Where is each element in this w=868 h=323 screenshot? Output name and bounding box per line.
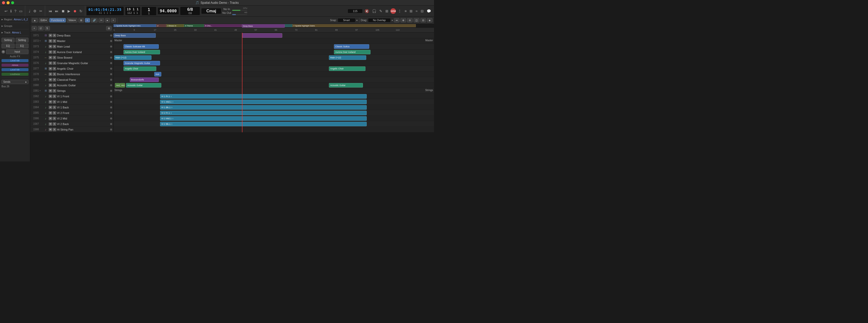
track-ms-controls[interactable]: M S — [49, 78, 56, 81]
mute-button[interactable]: M — [49, 78, 52, 81]
metronome-icon[interactable]: ♩ — [28, 8, 31, 13]
cursor-tool-button[interactable]: ▸ — [105, 18, 110, 23]
minimize-button[interactable] — [6, 1, 9, 4]
zoom-horizontal-icon[interactable]: ⇔ — [394, 18, 400, 23]
solo-button[interactable]: S — [53, 122, 56, 126]
track-clip[interactable]: Classic Suitca — [334, 44, 369, 49]
track-ms-controls[interactable]: M S — [49, 72, 56, 76]
track-clip[interactable]: Aurora Over Iceland — [334, 50, 371, 54]
track-solo-button[interactable]: S — [44, 26, 50, 30]
mute-button[interactable]: M — [49, 100, 52, 104]
resize-icon[interactable]: ◈ — [427, 18, 433, 23]
solo-button[interactable]: S — [53, 34, 56, 37]
screen-icon[interactable]: ⊞ — [384, 8, 390, 13]
list-icon[interactable]: ≡ — [403, 8, 407, 13]
solo-button[interactable]: S — [53, 100, 56, 104]
mute-button[interactable]: M — [49, 50, 52, 54]
rewind-button[interactable]: ⏮ — [48, 8, 53, 13]
solo-button[interactable]: S — [53, 89, 56, 93]
position-primary[interactable]: 19 1 1 112 1 1 — [125, 6, 141, 15]
setting-button-2[interactable]: Setting — [16, 38, 29, 42]
track-clip[interactable]: VI 2 Mid.1 ○ — [160, 116, 367, 121]
track-clip[interactable]: VI 2 Bk.1 ○ — [160, 122, 367, 126]
window-controls[interactable] — [2, 1, 14, 4]
setting-button-1[interactable]: Setting — [1, 38, 14, 42]
record-button[interactable]: ⏺ — [72, 8, 78, 13]
mute-button[interactable]: M — [49, 34, 52, 37]
monitor-icon[interactable]: ▭ — [18, 8, 24, 13]
grid-icon[interactable]: ⊞ — [408, 8, 413, 13]
loop-icon[interactable]: ↩ — [3, 8, 8, 13]
link-button[interactable]: 🔗 — [91, 18, 97, 23]
track-row[interactable]: 1575 ↔ M S Slow Bowed — [30, 55, 113, 60]
track-row[interactable]: 1577 ⊞ M S Angelic Choir — [30, 66, 113, 71]
track-clip[interactable]: Acoustic Guitar — [120, 83, 125, 87]
list-view-button[interactable]: ≡ — [85, 18, 90, 23]
cycle-button[interactable]: ↻ — [79, 8, 84, 13]
mute-icon[interactable]: 🔇 — [364, 8, 370, 13]
track-ms-controls[interactable]: M S — [49, 39, 56, 43]
track-row[interactable]: 1583 ♪ M S VI 1 Mid — [30, 99, 113, 105]
view-button[interactable]: View ▾ — [67, 18, 78, 23]
close-button[interactable] — [2, 1, 5, 4]
track-clip[interactable]: VI 1 Bk.1 ○ — [160, 105, 367, 110]
track-ms-controls[interactable]: M S — [49, 128, 56, 131]
track-clip[interactable]: Aurora Over Iceland — [124, 50, 160, 54]
mute-button[interactable]: M — [49, 95, 52, 98]
drag-value[interactable]: No Overlap — [368, 18, 391, 23]
mute-button[interactable]: M — [49, 122, 52, 126]
track-row[interactable]: 1586 ♪ M S VI 2 Mid — [30, 116, 113, 121]
solo-button[interactable]: S — [53, 72, 56, 76]
play-button[interactable]: ▶ — [66, 8, 71, 13]
tempo-display[interactable]: 94.0000 — [157, 7, 179, 14]
track-ms-controls[interactable]: M S — [49, 106, 56, 109]
functions-button[interactable]: Functions ▾ — [50, 18, 65, 23]
solo-button[interactable]: S — [53, 78, 56, 81]
track-row[interactable]: 1578 ↔ M S Bionic Interference — [30, 71, 113, 77]
edit-button[interactable]: Edit ▾ — [39, 18, 49, 23]
mute-button[interactable]: M — [49, 56, 52, 59]
transport-icons-left[interactable]: ↩ ℹ ? ▭ — [2, 5, 25, 16]
mute-button[interactable]: M — [49, 83, 52, 87]
time-signature[interactable]: 6/8 /16 — [180, 6, 200, 15]
track-view-icon[interactable]: ☑ — [38, 26, 43, 30]
track-clip[interactable]: Main (+12) — [329, 55, 366, 60]
groups-section[interactable]: ▶ Groups — [1, 25, 29, 27]
track-ms-controls[interactable]: M S — [49, 122, 56, 126]
mute-button[interactable]: M — [49, 117, 52, 120]
track-ms-controls[interactable]: M S — [49, 45, 56, 48]
sends-button[interactable]: Sends ▸ — [1, 80, 29, 84]
track-clip[interactable]: VI 1 Mid.1 ○ — [160, 100, 367, 104]
fast-forward-button[interactable]: ⏭ — [54, 8, 60, 13]
track-row[interactable]: 1582 ♪ M S VI 1 Front — [30, 94, 113, 99]
grid-view-button[interactable]: ⊞ — [79, 18, 84, 23]
user-avatar[interactable]: 1234 — [391, 8, 396, 14]
flex-icon[interactable]: ⋮ — [397, 8, 403, 13]
zoom-out-icon[interactable]: ⊖ — [407, 18, 412, 23]
track-row[interactable]: 1574 ♪ M S Aurora Over Iceland — [30, 49, 113, 55]
track-clip[interactable]: Acoustic Guitar — [329, 83, 363, 87]
track-clip[interactable]: Granular Magnetic Guitar — [124, 61, 160, 65]
track-ms-controls[interactable]: M S — [49, 61, 56, 65]
track-clip[interactable]: Acoustic Guitar — [126, 83, 161, 87]
track-ms-controls[interactable]: M S — [49, 100, 56, 104]
scissor-tool-button[interactable]: ✂ — [98, 18, 104, 23]
add-track-list-button[interactable]: + — [32, 26, 37, 30]
info-icon[interactable]: ℹ — [9, 8, 12, 13]
input-button[interactable]: Input — [6, 49, 29, 54]
track-clip[interactable]: Boesendorfe — [130, 77, 159, 82]
solo-button[interactable]: S — [53, 67, 56, 70]
solo-button[interactable]: S — [53, 61, 56, 65]
settings-icon[interactable]: ⚙ — [32, 8, 37, 13]
solo-button[interactable]: S — [53, 117, 56, 120]
wave-icon[interactable]: ≈ — [414, 8, 418, 13]
solo-button[interactable]: S — [53, 56, 56, 59]
track-clip[interactable]: VI 1 Fr.1 ○ — [160, 94, 367, 99]
track-ms-controls[interactable]: M S — [49, 56, 56, 59]
counter-display[interactable]: 1 1 — [142, 6, 156, 15]
track-expand-button[interactable]: ⊞ — [106, 26, 112, 30]
track-row[interactable]: 1576 ♪ M S Granular Magnetic Guitar — [30, 60, 113, 66]
track-ms-controls[interactable]: M S — [49, 117, 56, 120]
mute-button[interactable]: M — [49, 128, 52, 131]
add-track-button[interactable]: + — [111, 18, 116, 23]
